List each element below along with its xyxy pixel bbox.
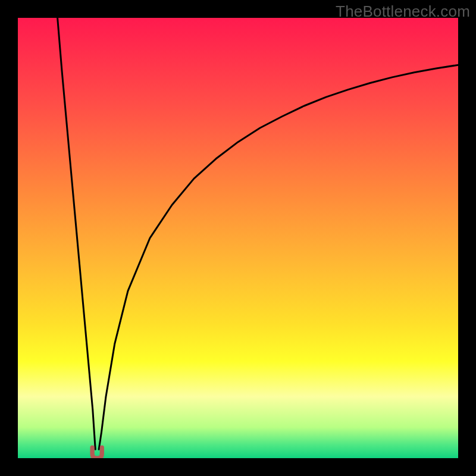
chart-frame: TheBottleneck.com xyxy=(0,0,476,476)
gradient-background xyxy=(18,18,458,458)
plot-area xyxy=(18,18,458,458)
plot-svg xyxy=(18,18,458,458)
